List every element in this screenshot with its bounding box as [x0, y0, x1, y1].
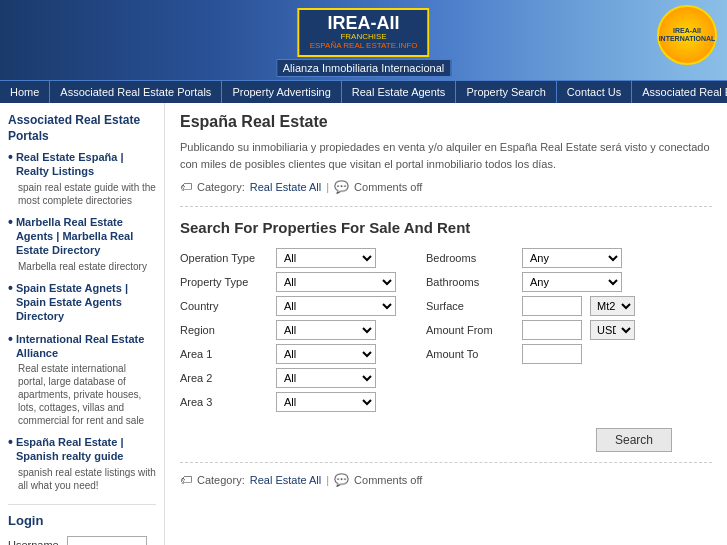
separator-2: | [326, 474, 329, 486]
sidebar-item-desc-1: Marbella real estate directory [8, 260, 156, 273]
login-title: Login [8, 504, 156, 528]
area1-row: Area 1 All [180, 344, 396, 364]
nav-item-contact[interactable]: Contact Us [557, 81, 632, 103]
article-section: España Real Estate Publicando su inmobil… [180, 113, 712, 207]
bathrooms-label: Bathrooms [426, 276, 516, 288]
area2-select[interactable]: All [276, 368, 376, 388]
search-button[interactable]: Search [596, 428, 672, 452]
sidebar-item-1: Marbella Real Estate Agents | Marbella R… [8, 215, 156, 273]
nav-item-advertising[interactable]: Property Advertising [222, 81, 341, 103]
sidebar-item-4: España Real Estate | Spanish realty guid… [8, 435, 156, 492]
area2-label: Area 2 [180, 372, 270, 384]
amount-to-row: Amount To [426, 344, 635, 364]
operation-type-select[interactable]: All [276, 248, 376, 268]
amount-from-input[interactable] [522, 320, 582, 340]
tag-icon: 🏷 [180, 180, 192, 194]
currency-select[interactable]: USD [590, 320, 635, 340]
region-label: Region [180, 324, 270, 336]
sidebar-item-desc-0: spain real estate guide with the most co… [8, 181, 156, 207]
country-select[interactable]: All [276, 296, 396, 316]
bathrooms-select[interactable]: Any [522, 272, 622, 292]
category-line: 🏷 Category: Real Estate All | 💬 Comments… [180, 180, 712, 194]
surface-input[interactable] [522, 296, 582, 316]
area3-row: Area 3 All [180, 392, 396, 412]
category-line-2: 🏷 Category: Real Estate All | 💬 Comments… [180, 473, 712, 487]
nav-item-home[interactable]: Home [0, 81, 50, 103]
region-row: Region All [180, 320, 396, 340]
header: IREA-AII FRANCHISE ESPAÑA REAL ESTATE.IN… [0, 0, 727, 80]
nav-inner: Home Associated Real Estate Portals Prop… [0, 80, 727, 103]
main-content: España Real Estate Publicando su inmobil… [165, 103, 727, 545]
nav-item-portals2[interactable]: Associated Real Estate Portals [632, 81, 727, 103]
property-type-label: Property Type [180, 276, 270, 288]
area3-select[interactable]: All [276, 392, 376, 412]
article-title: España Real Estate [180, 113, 712, 131]
area3-label: Area 3 [180, 396, 270, 408]
operation-type-row: Operation Type All [180, 248, 396, 268]
sidebar: Associated Real Estate Portals Real Esta… [0, 103, 165, 545]
comments-label: Comments off [354, 181, 422, 193]
nav-item-agents[interactable]: Real Estate Agents [342, 81, 457, 103]
property-type-row: Property Type All [180, 272, 396, 292]
amount-from-label: Amount From [426, 324, 516, 336]
area2-row: Area 2 All [180, 368, 396, 388]
sidebar-item-title-2[interactable]: Spain Estate Agnets | Spain Estate Agent… [8, 281, 156, 324]
sidebar-item-2: Spain Estate Agnets | Spain Estate Agent… [8, 281, 156, 324]
username-input[interactable] [67, 536, 147, 545]
form-left: Operation Type All Property Type All [180, 248, 396, 416]
sidebar-item-title-3[interactable]: International Real Estate Alliance [8, 332, 156, 361]
nav-item-portals[interactable]: Associated Real Estate Portals [50, 81, 222, 103]
sidebar-item-desc-3: Real estate international portal, large … [8, 362, 156, 427]
search-btn-row: Search [180, 428, 712, 452]
logo-text: IREA-AII [310, 14, 418, 32]
main-container: Associated Real Estate Portals Real Esta… [0, 103, 727, 545]
logo-container: IREA-AII FRANCHISE ESPAÑA REAL ESTATE.IN… [276, 8, 451, 77]
operation-type-label: Operation Type [180, 252, 270, 264]
sidebar-item-title-4[interactable]: España Real Estate | Spanish realty guid… [8, 435, 156, 464]
amount-to-input[interactable] [522, 344, 582, 364]
search-section: Search For Properties For Sale And Rent … [180, 219, 712, 487]
sidebar-item-title-1[interactable]: Marbella Real Estate Agents | Marbella R… [8, 215, 156, 258]
comments-label-2: Comments off [354, 474, 422, 486]
surface-unit-select[interactable]: Mt2 [590, 296, 635, 316]
category-link-2[interactable]: Real Estate All [250, 474, 322, 486]
username-field: Username [8, 536, 156, 545]
amount-from-row: Amount From USD [426, 320, 635, 340]
comment-icon: 💬 [334, 180, 349, 194]
country-label: Country [180, 300, 270, 312]
category-label-2: Category: [197, 474, 245, 486]
separator: | [326, 181, 329, 193]
region-select[interactable]: All [276, 320, 376, 340]
sidebar-item-3: International Real Estate Alliance Real … [8, 332, 156, 428]
divider [180, 462, 712, 463]
area1-select[interactable]: All [276, 344, 376, 364]
country-row: Country All [180, 296, 396, 316]
search-form: Operation Type All Property Type All [180, 248, 712, 452]
sidebar-item-0: Real Estate España | Realty Listings spa… [8, 150, 156, 207]
property-type-select[interactable]: All [276, 272, 396, 292]
bathrooms-row: Bathrooms Any [426, 272, 635, 292]
category-label: Category: [197, 181, 245, 193]
sidebar-item-title-0[interactable]: Real Estate España | Realty Listings [8, 150, 156, 179]
badge: IREA-AII INTERNATIONAL [657, 5, 717, 65]
logo-box: IREA-AII FRANCHISE ESPAÑA REAL ESTATE.IN… [298, 8, 430, 57]
tagline: Alianza Inmobiliaria Internacional [276, 59, 451, 77]
article-desc: Publicando su inmobiliaria y propiedades… [180, 139, 712, 172]
bedrooms-row: Bedrooms Any [426, 248, 635, 268]
category-link[interactable]: Real Estate All [250, 181, 322, 193]
amount-to-label: Amount To [426, 348, 516, 360]
username-label: Username [8, 539, 63, 545]
comment-icon-2: 💬 [334, 473, 349, 487]
navbar: Home Associated Real Estate Portals Prop… [0, 80, 727, 103]
sidebar-section-title: Associated Real Estate Portals [8, 113, 156, 144]
logo-franchise: FRANCHISE [310, 32, 418, 41]
bedrooms-label: Bedrooms [426, 252, 516, 264]
sidebar-login: Login Username Password [8, 504, 156, 545]
tag-icon-2: 🏷 [180, 473, 192, 487]
surface-row: Surface Mt2 [426, 296, 635, 316]
logo-sub: ESPAÑA REAL ESTATE.INFO [310, 41, 418, 51]
nav-item-search[interactable]: Property Search [456, 81, 556, 103]
surface-label: Surface [426, 300, 516, 312]
bedrooms-select[interactable]: Any [522, 248, 622, 268]
sidebar-item-desc-4: spanish real estate listings with all wh… [8, 466, 156, 492]
